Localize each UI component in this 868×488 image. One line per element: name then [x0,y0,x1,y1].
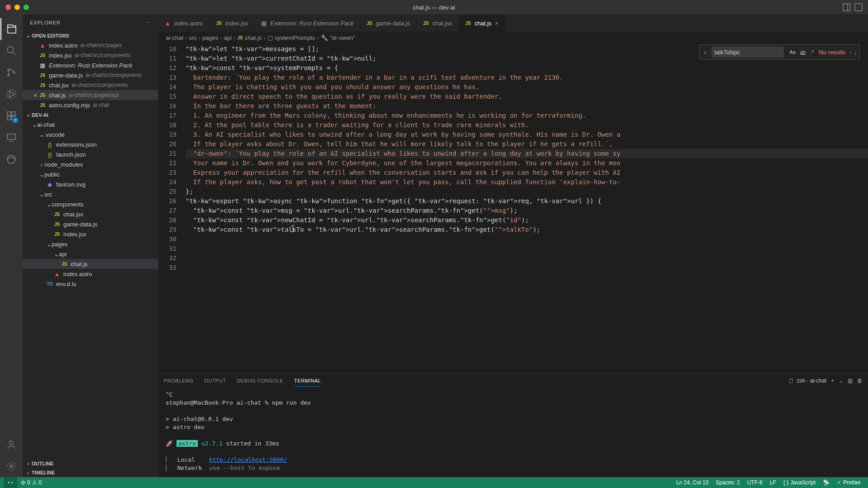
status-lang[interactable]: { } JavaScript [780,479,819,486]
file-item[interactable]: TSenv.d.ts [23,279,158,289]
find-prev-icon[interactable]: ↑ [849,49,852,56]
editor-tab[interactable]: ▦Extension: Rust Extension Pack [255,14,360,32]
status-encoding[interactable]: UTF-8 [744,479,766,486]
editor-tab[interactable]: ▲index.astro [158,14,210,32]
terminal-shell-label[interactable]: zsh - ai-chat [797,378,826,384]
editor-tab[interactable]: JSchat.jsx [417,14,459,32]
file-name: Extension: Rust Extension Pack [49,62,132,69]
extensions-badge: 7 [12,118,19,123]
find-toggle-icon[interactable]: › [702,49,708,56]
file-item[interactable]: JSindex.jsx [23,229,158,239]
code-content[interactable]: "tk-kw">let "tk-var">messages = [];"tk-k… [186,43,868,373]
layout-panel-icon[interactable] [843,3,851,11]
open-editor-item[interactable]: JSchat.jsxai-chat/src/components [23,80,158,90]
folder-item[interactable]: ⌄src [23,189,158,199]
chevron-icon: ⌄ [53,251,59,258]
open-editor-item[interactable]: ▦Extension: Rust Extension Pack [23,60,158,70]
open-editor-item[interactable]: JSgame-data.jsai-chat/src/components [23,70,158,80]
chevron-icon: ⌄ [39,131,44,138]
panel-tab-debug[interactable]: DEBUG CONSOLE [237,375,283,386]
tab-label: index.jsx [225,20,248,27]
panel-tab-problems[interactable]: PROBLEMS [164,375,193,386]
file-item[interactable]: ▲index.astro [23,269,158,279]
activity-settings-icon[interactable] [0,455,22,477]
file-path: ai-chat/src/pages [81,42,122,48]
breadcrumb-segment[interactable]: chat.js [245,34,262,41]
project-header[interactable]: ⌄ DEV-AI [23,110,158,120]
terminal-new-icon[interactable]: + [831,378,834,384]
explorer-more-icon[interactable]: ⋯ [146,20,151,26]
panel-tab-terminal[interactable]: TERMINAL [294,375,321,387]
terminal-split-icon[interactable]: ▥ [848,378,853,384]
file-item[interactable]: {}extensions.json [23,139,158,149]
status-eol[interactable]: LF [766,479,780,486]
breadcrumb[interactable]: ai-chat›src›pages›api›JS chat.js›▢ syste… [158,32,868,43]
editor-tab[interactable]: JSgame-data.js [361,14,417,32]
find-input[interactable] [711,47,784,57]
open-editor-item[interactable]: ×JSchat.jsai-chat/src/pages/api [23,90,158,100]
terminal-dropdown-icon[interactable]: ⌄ [839,378,843,384]
file-item[interactable]: JSchat.js [23,259,158,269]
tab-label: chat.jsx [432,20,452,27]
svg-point-3 [7,47,14,53]
activity-explorer-icon[interactable] [0,18,22,40]
match-case-icon[interactable]: Aa [787,48,797,56]
breadcrumb-segment[interactable]: src [189,34,196,41]
editor-tab[interactable]: JSindex.jsx [210,14,255,32]
status-spaces[interactable]: Spaces: 2 [712,479,744,486]
breadcrumb-segment[interactable]: pages [202,34,218,41]
folder-name: .vscode [44,131,65,138]
activity-debug-icon[interactable] [0,83,22,105]
match-word-icon[interactable]: ab [798,48,807,56]
status-feedback-icon[interactable]: 📡 [819,479,833,486]
remote-indicator[interactable] [4,477,17,488]
open-editors-header[interactable]: ⌄ OPEN EDITORS [23,31,158,40]
outline-header[interactable]: › OUTLINE [23,459,158,468]
breadcrumb-segment[interactable]: ai-chat [166,34,183,41]
tab-close-icon[interactable]: × [495,20,499,27]
open-editor-item[interactable]: JSastro.config.mjsai-chat [23,100,158,110]
open-editor-item[interactable]: JSindex.jsxai-chat/src/components [23,50,158,60]
activity-remote-icon[interactable] [0,127,22,148]
folder-item[interactable]: ⌄public [23,169,158,179]
activity-edge-icon[interactable] [0,148,22,170]
folder-item[interactable]: ⌄api [23,249,158,259]
folder-item[interactable]: ⌄pages [23,239,158,249]
regex-icon[interactable]: .* [808,48,815,56]
file-item[interactable]: JSgame-data.js [23,219,158,229]
file-item[interactable]: JSchat.jsx [23,209,158,219]
terminal-kill-icon[interactable]: 🗑 [857,378,863,384]
window-maximize-button[interactable] [24,5,29,10]
folder-item[interactable]: ⌄ai-chat [23,120,158,129]
folder-item[interactable]: ›node_modules [23,159,158,169]
layout-sidebar-icon[interactable] [854,3,863,11]
chevron-right-icon: › [25,461,31,466]
tab-label: game-data.js [376,20,410,27]
breadcrumb-segment[interactable]: systemPrompts [275,34,315,41]
editor-body[interactable]: 1011121314151617181920212223242526272829… [158,43,868,373]
activity-extensions-icon[interactable]: 7 [0,105,22,127]
file-item[interactable]: ◆favicon.svg [23,179,158,189]
breadcrumb-segment[interactable]: "dr-owen" [330,34,355,41]
window-close-button[interactable] [5,5,11,10]
status-prettier[interactable]: ✓ Prettier [833,479,864,486]
activity-source-control-icon[interactable] [0,62,22,83]
open-editor-item[interactable]: ▲index.astroai-chat/src/pages [23,40,158,50]
activity-search-icon[interactable] [0,40,22,62]
panel-tab-output[interactable]: OUTPUT [204,375,226,386]
file-item[interactable]: {}launch.json [23,149,158,159]
terminal-body[interactable]: ^Cstephan@MacBook-Pro ai-chat % npm run … [158,388,868,477]
status-cursor[interactable]: Ln 24, Col 13 [672,479,712,486]
activity-account-icon[interactable] [0,434,22,455]
file-name: extensions.json [56,141,97,148]
close-icon[interactable]: × [32,92,39,99]
folder-item[interactable]: ⌄.vscode [23,129,158,139]
find-next-icon[interactable]: ↓ [854,49,857,56]
status-errors[interactable]: ⊘0 ⚠0 [17,479,45,486]
window-minimize-button[interactable] [14,5,20,10]
editor-tab[interactable]: JSchat.js× [459,14,505,32]
activity-bar: 7 [0,14,23,477]
folder-item[interactable]: ⌄components [23,199,158,209]
breadcrumb-segment[interactable]: api [224,34,232,41]
timeline-header[interactable]: › TIMELINE [23,468,158,477]
